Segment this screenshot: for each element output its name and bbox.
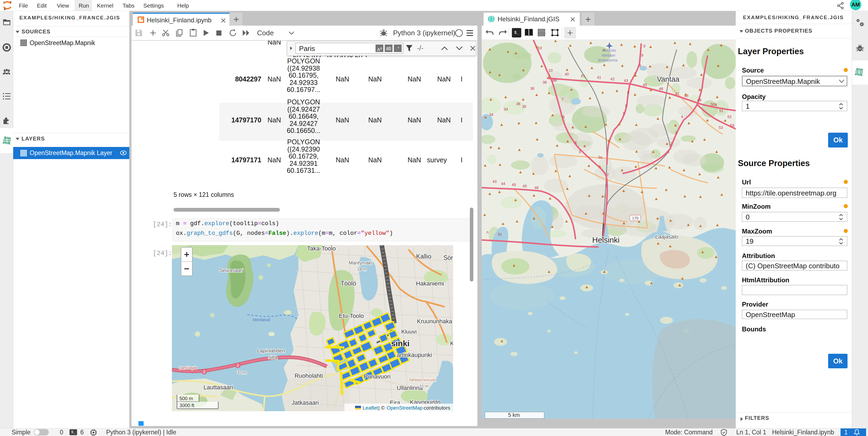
svg-text:170: 170: [632, 216, 639, 220]
svg-text:10: 10: [538, 46, 542, 50]
svg-text:45: 45: [512, 182, 516, 187]
svg-text:Hakaniemi: Hakaniemi: [416, 280, 444, 287]
svg-text:6: 6: [627, 90, 629, 95]
svg-text:|: |: [378, 405, 380, 411]
svg-text:4: 4: [575, 140, 577, 145]
svg-text:9: 9: [641, 53, 643, 57]
svg-text:K: K: [450, 340, 453, 347]
svg-text:42: 42: [611, 77, 615, 81]
svg-text:Ruoholahti: Ruoholahti: [294, 372, 323, 379]
svg-text:10: 10: [549, 68, 553, 72]
svg-text:2: 2: [203, 370, 205, 374]
svg-text:3: 3: [579, 150, 581, 154]
svg-text:−: −: [184, 263, 189, 274]
svg-text:lentoasema: lentoasema: [598, 58, 618, 62]
svg-text:artinkaupunki: artinkaupunki: [397, 352, 432, 358]
svg-text:4: 4: [681, 115, 683, 119]
svg-text:Ylemisto: Ylemisto: [601, 48, 616, 53]
svg-text:Vantaa: Vantaa: [657, 75, 680, 83]
svg-text:Jatkasaari: Jatkasaari: [292, 399, 319, 406]
svg-text:51: 51: [719, 109, 723, 113]
svg-text:44: 44: [501, 181, 505, 186]
svg-text:46: 46: [659, 87, 663, 91]
svg-text:50a: 50a: [711, 102, 717, 107]
svg-text:Kallio: Kallio: [416, 253, 431, 260]
svg-text:3a: 3a: [598, 155, 602, 159]
svg-text:Lauttasaari: Lauttasaari: [204, 384, 233, 391]
svg-text:500 m: 500 m: [179, 396, 193, 401]
svg-text:7: 7: [561, 97, 564, 101]
svg-text:52: 52: [727, 115, 732, 119]
svg-text:Taka-Toolo: Taka-Toolo: [307, 245, 336, 252]
svg-text:48: 48: [684, 93, 689, 98]
svg-text:Leaflet: Leaflet: [363, 405, 378, 411]
svg-text:©: ©: [381, 405, 385, 411]
svg-text:5 km: 5 km: [508, 412, 520, 418]
svg-text:32 m: 32 m: [237, 370, 247, 375]
svg-text:2: 2: [237, 363, 239, 368]
svg-text:34: 34: [504, 107, 508, 111]
svg-text:Kruununhaka: Kruununhaka: [417, 318, 453, 325]
svg-text:2: 2: [605, 183, 608, 188]
svg-text:Kluuvi: Kluuvi: [401, 328, 416, 335]
svg-text:1: 1: [668, 150, 670, 154]
svg-text:43: 43: [492, 179, 497, 184]
svg-text:Tahtitorninvuori: Tahtitorninvuori: [409, 377, 436, 382]
svg-text:38: 38: [530, 86, 534, 91]
svg-text:34: 34: [489, 112, 494, 117]
svg-text:contributors: contributors: [424, 405, 450, 411]
svg-text:47: 47: [675, 92, 679, 96]
svg-text:6: 6: [562, 115, 565, 119]
svg-text:8: 8: [639, 63, 641, 68]
svg-text:+: +: [184, 249, 189, 259]
svg-text:36: 36: [516, 101, 521, 106]
svg-text:silta: silta: [268, 354, 277, 360]
svg-text:Etu-Toolo: Etu-Toolo: [339, 313, 364, 319]
svg-text:41: 41: [581, 74, 585, 78]
svg-text:Mantymaki: Mantymaki: [349, 260, 372, 266]
svg-text:45: 45: [643, 83, 647, 87]
svg-text:38: 38: [542, 80, 547, 84]
svg-text:53: 53: [719, 125, 723, 130]
svg-text:2: 2: [607, 173, 609, 177]
svg-text:51: 51: [498, 232, 502, 236]
svg-text:49: 49: [697, 98, 702, 102]
svg-text:31 m: 31 m: [419, 384, 428, 388]
svg-text:Meritaival: Meritaival: [253, 317, 270, 322]
svg-text:3: 3: [675, 131, 677, 135]
svg-text:40: 40: [565, 72, 569, 76]
svg-text:2: 2: [670, 142, 673, 146]
svg-text:Vantaan: Vantaan: [601, 53, 615, 57]
svg-text:Seurasaari: Seurasaari: [219, 268, 243, 273]
svg-text:45: 45: [523, 184, 527, 188]
svg-text:Helsinki: Helsinki: [592, 236, 620, 244]
svg-text:Sörn: Sörn: [443, 254, 453, 261]
svg-text:Lapinlahden: Lapinlahden: [257, 348, 285, 353]
svg-text:Laajasalo: Laajasalo: [655, 234, 678, 240]
svg-text:5: 5: [623, 111, 625, 116]
svg-text:18 m: 18 m: [357, 267, 367, 271]
svg-text:9B: 9B: [552, 78, 557, 83]
svg-text:Lansivayla: Lansivayla: [179, 366, 197, 370]
svg-text:Punavuori: Punavuori: [364, 373, 390, 380]
svg-text:9: 9: [643, 44, 646, 48]
svg-text:5: 5: [625, 104, 627, 108]
svg-text:Töölö: Töölö: [341, 280, 356, 287]
svg-text:1: 1: [604, 194, 606, 199]
svg-text:46: 46: [534, 185, 539, 190]
svg-text:OpenStreetMap: OpenStreetMap: [386, 405, 423, 411]
svg-text:3000 ft: 3000 ft: [179, 403, 194, 408]
svg-text:35: 35: [522, 104, 526, 109]
svg-text:n: n: [487, 230, 489, 234]
svg-text:53: 53: [730, 123, 734, 127]
svg-text:41: 41: [597, 75, 601, 80]
svg-text:43: 43: [624, 79, 628, 83]
svg-text:sinki: sinki: [391, 339, 409, 348]
